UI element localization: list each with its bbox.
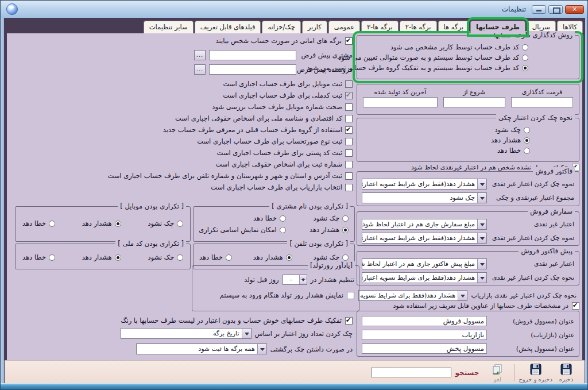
checkbox-address-required[interactable]: ثبت آدرس و استان و شهر و شهرستان و شماره… (107, 172, 353, 180)
combo-label: نحوه چک کردن اعتبار غیر نقدی (490, 234, 574, 242)
radio-dupnid-error[interactable]: خطا دهد (22, 253, 55, 261)
checkbox-label: ثبت نوع صورتحساب برای طرف حساب اجباری اس… (197, 137, 342, 145)
tab-accounts[interactable]: طرف حسابها (470, 21, 525, 33)
radio-dupname-nocheck[interactable]: چک نشود (286, 214, 349, 222)
radio-code-by-system-group[interactable]: کد طرف حساب توسط سیستم و به تفکیک گروه ط… (357, 64, 528, 72)
default-seller-field[interactable] (209, 64, 296, 75)
radio-cheque-credit-warn[interactable]: هشدار دهد (357, 136, 530, 144)
invoice-total-credit-combo[interactable]: چک نشود (362, 192, 487, 203)
code-format-field[interactable] (511, 97, 573, 107)
close-button[interactable] (565, 5, 584, 14)
default-customer-row: مشتری پیش فرض ... (194, 50, 353, 60)
checkbox-label: استفاده از گروه طرف حساب قبلی در معرفی ط… (163, 126, 342, 134)
status-bar (1, 383, 587, 389)
default-seller-browse-button[interactable]: ... (194, 64, 206, 75)
order-noncash-credit-combo[interactable]: مبلغ سفارش جاری هم در اعتبار لحاظ شود (362, 219, 487, 230)
tab-sheets-3[interactable]: برگه ها-۳ (361, 21, 399, 33)
tab-cheque-treasury[interactable]: چک/خزانه (262, 21, 300, 33)
radio-dupphone-warn[interactable]: هشدار دهد (253, 253, 292, 261)
chevron-down-icon (477, 273, 486, 283)
checkbox-icon (345, 92, 353, 99)
checkbox-label: ثبت کدملی برای طرف حساب اجباری است (223, 91, 342, 99)
radio-code-by-system-serial[interactable]: کد طرف حساب توسط سیستم و به صورت متوالی … (357, 53, 528, 61)
sales-manager-title-field[interactable]: مسوول فروش (362, 316, 487, 326)
tab-custom-fields[interactable]: فیلدهای قابل تعریف (195, 21, 261, 33)
search-input[interactable] (371, 368, 451, 377)
combo-label: نحوه چک کردن اعتبار غیر نقدی بازاریاب (471, 292, 577, 299)
checkbox-economic-code-required[interactable]: کد اقتصادی و شناسه ملی برای اشخاص حقوقی … (107, 114, 353, 122)
checkbox-statement-type-required[interactable]: ثبت نوع صورتحساب برای طرف حساب اجباری اس… (107, 137, 353, 145)
bounced-cheque-row: در صورت داشتن چک برگشتی همه برگه ها ثبت … (136, 343, 353, 354)
group-title: [ تکراری بودن کد ملی ] (115, 240, 186, 248)
invoice-noncash-credit-combo[interactable]: هشدار دهد(فقط برای شرایط تسویه اعتباری (362, 179, 487, 190)
checkbox-icon (347, 292, 354, 299)
checkbox-color-split-accounts[interactable]: تفکیک طرف حسابهای خوش حساب و بدون اعتبار… (121, 316, 353, 325)
field-label: عنوان (بازاریاب) (490, 331, 574, 339)
chevron-down-icon (477, 193, 486, 203)
start-from-field[interactable] (443, 97, 505, 107)
default-customer-browse-button[interactable]: ... (194, 50, 206, 60)
radio-dupname-show-duplicates[interactable]: امکان نمایش اسامی تکراری (199, 226, 286, 234)
radio-label: خطا دهد (497, 146, 521, 155)
cancel-button[interactable]: لغو (483, 362, 511, 384)
checkbox-birthday-on-login[interactable]: نمایش هشدار روز تولد هنگام ورود به سیستم (220, 291, 354, 299)
radio-dupphone-nocheck[interactable]: چک نشود (313, 253, 349, 261)
checkbox-registration-number-required[interactable]: شماره ثبت برای اشخاص حقوقی اجباری است (107, 160, 353, 168)
distribution-manager-title-field[interactable]: مسوول پخش (362, 343, 487, 354)
checkbox-postal-code-required[interactable]: ثبت کد پستی برای طرف حساب اجباری است (107, 149, 353, 157)
spinner-down-icon[interactable] (300, 280, 307, 284)
checkbox-marketer-required[interactable]: انتخاب بازاریاب برای طرف حساب اجباری است (107, 183, 353, 191)
field-label: شروع از (443, 88, 505, 96)
radio-label: امکان نمایش اسامی تکراری (199, 226, 277, 234)
birthday-days-spinner[interactable]: ۰ (283, 275, 307, 285)
radio-dupnid-warn[interactable]: هشدار دهد (82, 253, 121, 261)
radio-dupmobile-warn[interactable]: هشدار دهد (82, 219, 121, 227)
maximize-button[interactable] (548, 5, 563, 14)
marketer-credit-combo[interactable]: هشدار دهد(فقط برای شرایط تسویه اع (358, 290, 467, 301)
spinner-value: ۰ (283, 275, 299, 284)
help-icon[interactable] (6, 3, 18, 15)
credit-days-basis-combo[interactable]: تاریخ برگه (121, 328, 252, 339)
radio-dupmobile-error[interactable]: خطا دهد (22, 219, 55, 227)
last-generated-code-field[interactable] (363, 97, 438, 107)
default-customer-field[interactable] (209, 50, 296, 60)
checkbox-icon (345, 126, 353, 134)
tab-user[interactable]: کاربر (302, 21, 327, 33)
checkbox-icon (345, 317, 353, 325)
checkbox-mobile-required[interactable]: ثبت موبایل برای طرف حساب اجباری است (107, 80, 353, 88)
tab-general[interactable]: عمومی (328, 21, 360, 33)
checkbox-label: ثبت کد پستی برای طرف حساب اجباری است (217, 149, 342, 157)
radio-icon (522, 65, 528, 71)
radio-dupname-error[interactable]: خطا دهد (199, 214, 286, 222)
radio-label: خطا دهد (22, 219, 46, 227)
radio-dupphone-error[interactable]: خطا دهد (199, 253, 232, 261)
radio-dupmobile-nocheck[interactable]: چک نشود (148, 219, 183, 227)
radio-cheque-credit-error[interactable]: خطا دهد (357, 146, 530, 155)
order-credit-check-combo[interactable]: هشدار دهد(فقط برای شرایط تسویه اعتباری (362, 233, 487, 244)
chevron-down-icon (477, 233, 486, 243)
tab-sheets-2[interactable]: برگه ها-۲ (400, 21, 437, 33)
bounced-cheque-combo[interactable]: همه برگه ها ثبت شود (136, 343, 267, 354)
radio-icon (280, 227, 286, 233)
checkbox-consignment-sheets[interactable]: برگه های امانی در صورت حساب شخص بیایند (216, 37, 353, 45)
default-seller-row: فروشنده پیش فرض ... (194, 64, 353, 75)
radio-dupnid-nocheck[interactable]: چک نشود (148, 253, 183, 261)
radio-cheque-credit-nocheck[interactable]: چک نشود (357, 126, 530, 134)
radio-dupname-warn[interactable]: هشدار دهد (286, 226, 349, 234)
proforma-credit-check-combo[interactable]: هشدار دهد(فقط برای شرایط تسویه اعتباری (362, 272, 487, 283)
checkbox-national-id-required[interactable]: ثبت کدملی برای طرف حساب اجباری است (107, 91, 353, 99)
checkbox-use-previous-group[interactable]: استفاده از گروه طرف حساب قبلی در معرفی ط… (107, 126, 353, 134)
marketer-title-field[interactable]: بازاریاب (362, 330, 487, 340)
proforma-noncash-credit-combo[interactable]: مبلغ پیش فاکتور جاری هم در اعتبار لحاظ ش… (362, 258, 487, 269)
tab-other-settings[interactable]: سایر تنظیمات (144, 21, 194, 33)
checkbox-icon (345, 172, 353, 180)
checkbox-validate-mobile[interactable]: صحت شماره موبایل طرف حساب بررسی شود (107, 103, 353, 111)
radio-code-by-user[interactable]: کد طرف حساب توسط کاربر مشخص می شود (357, 43, 528, 51)
checkbox-icon (345, 138, 353, 145)
checkbox-icon (345, 161, 353, 168)
minimize-button[interactable] (532, 5, 546, 14)
save-and-exit-button[interactable]: ذخیره و خروج (519, 362, 552, 384)
save-button[interactable]: ذخیره (552, 362, 580, 384)
tab-sheets[interactable]: برگه ها (438, 21, 469, 33)
checkbox-use-custom-titles[interactable]: در مشخصات طرف حسابها از عناوین قابل تعری… (393, 302, 579, 310)
